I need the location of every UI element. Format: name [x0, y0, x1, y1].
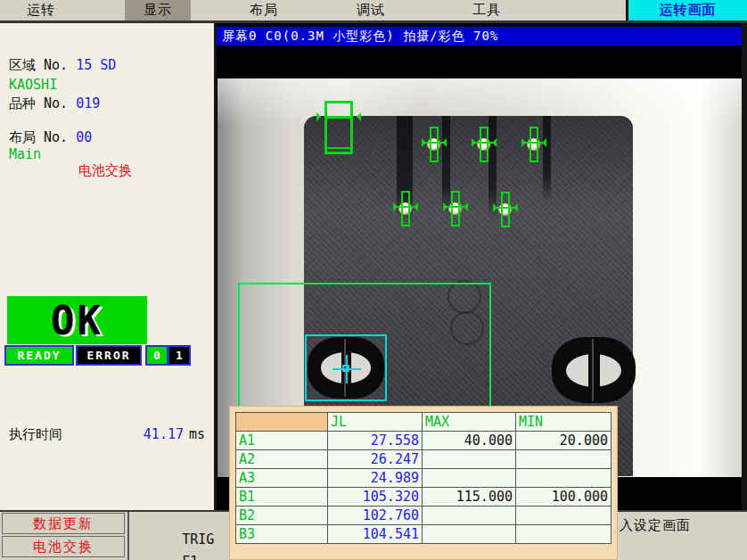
measured-value: 105.320	[328, 488, 423, 506]
menu-item-display[interactable]: 显示	[125, 0, 191, 21]
min-limit: 100.000	[516, 488, 612, 506]
max-limit	[423, 469, 516, 488]
min-limit	[516, 525, 612, 544]
menubar: 运转 显示 布局 调试 工具 运转画面	[0, 0, 747, 23]
measured-value: 102.760	[328, 506, 423, 525]
layout-value: 00	[76, 129, 92, 145]
min-limit	[516, 506, 612, 525]
measure-marker-icon	[529, 127, 538, 162]
table-row: A1 27.558 40.000 20.000	[236, 432, 612, 450]
region-row: 区域 No. 15 SD	[9, 57, 116, 74]
exec-time-row: 执行时间 41.17 ms	[9, 426, 62, 443]
menu-item-debug[interactable]: 调试	[357, 0, 385, 21]
measure-marker-icon	[451, 191, 460, 226]
max-limit: 115.000	[423, 488, 516, 506]
exec-time-label: 执行时间	[9, 426, 62, 442]
column-header: MAX	[423, 413, 516, 432]
max-limit: 40.000	[423, 432, 516, 450]
min-limit	[516, 450, 612, 469]
status-panel: 区域 No. 15 SD KAOSHI 品种 No. 019 布局 No. 00…	[0, 23, 214, 510]
measured-value: 26.247	[328, 450, 423, 469]
column-header: MIN	[516, 413, 612, 432]
vision-system-screen: 运转 显示 布局 调试 工具 运转画面 区域 No. 15 SD KAOSHI …	[0, 0, 747, 560]
table-row: B1 105.320 115.000 100.000	[236, 488, 612, 506]
measure-marker-icon	[430, 127, 439, 162]
min-limit: 20.000	[516, 432, 612, 450]
layout-label: 布局 No.	[9, 129, 68, 145]
bit1-indicator: 1	[168, 345, 191, 366]
max-limit	[423, 506, 516, 525]
max-limit	[423, 525, 516, 544]
table-row: B3 104.541	[236, 525, 612, 544]
bottom-bar-divider	[127, 512, 129, 560]
product-label: 品种 No.	[9, 95, 68, 111]
measure-marker-icon	[501, 192, 510, 227]
row-label: A1	[236, 432, 328, 450]
table-row: B2 102.760	[236, 506, 612, 525]
max-limit	[423, 450, 516, 469]
row-label: A2	[236, 450, 328, 469]
data-update-button[interactable]: 数据更新	[2, 513, 125, 534]
part-slot	[442, 116, 450, 216]
row-label: B1	[236, 488, 328, 506]
judge-result-box: OK	[7, 296, 147, 344]
table-corner-cell	[236, 413, 328, 432]
right-screw-feature	[552, 337, 636, 403]
current-screen-badge: 运转画面	[626, 0, 747, 21]
error-indicator: ERROR	[76, 345, 142, 366]
product-row: 品种 No. 019	[9, 95, 100, 112]
judge-result-text: OK	[51, 298, 103, 343]
edge-marker-icon	[324, 101, 353, 154]
region-value: 15 SD	[76, 57, 116, 73]
menu-item-run[interactable]: 运转	[27, 0, 55, 21]
min-limit	[516, 469, 612, 488]
camera-header-bar: 屏幕0 C0(0.3M 小型彩色) 拍摄/彩色 70%	[217, 27, 742, 45]
measurement-table-panel: JL MAX MIN A1 27.558 40.000 20.000 A2 26…	[229, 406, 618, 560]
crosshair-icon	[332, 355, 361, 383]
measured-value: 104.541	[328, 525, 423, 544]
measured-value: 27.558	[328, 432, 423, 450]
table-row: A3 24.989	[236, 469, 612, 488]
region-label: 区域 No.	[9, 57, 68, 73]
menu-item-layout[interactable]: 布局	[250, 0, 278, 21]
battery-replace-button[interactable]: 电池交换	[2, 536, 125, 557]
layout-row: 布局 No. 00	[9, 129, 92, 146]
goto-setting-label: 入设定画面	[620, 517, 691, 534]
ready-indicator: READY	[4, 345, 74, 366]
table-header-row: JL MAX MIN	[236, 413, 612, 432]
part-slot	[543, 116, 551, 202]
exec-time-value: 41.17	[134, 426, 184, 442]
measurement-table: JL MAX MIN A1 27.558 40.000 20.000 A2 26…	[235, 412, 612, 544]
region-name: KAOSHI	[9, 77, 57, 93]
row-label: B3	[236, 525, 328, 544]
table-row: A2 26.247	[236, 450, 612, 469]
column-header: JL	[328, 413, 423, 432]
bit0-indicator: 0	[145, 345, 168, 366]
measured-value: 24.989	[328, 469, 423, 488]
product-value: 019	[76, 95, 100, 111]
f1-key-label: F1	[182, 554, 230, 560]
exec-time-unit: ms	[189, 426, 205, 442]
row-label: B2	[236, 506, 328, 525]
part-top-shade	[304, 116, 633, 214]
battery-alert-text: 电池交换	[78, 162, 132, 179]
layout-name: Main	[9, 146, 41, 162]
menu-item-tools[interactable]: 工具	[472, 0, 501, 21]
row-label: A3	[236, 469, 328, 488]
measure-marker-icon	[480, 127, 488, 162]
measure-marker-icon	[401, 191, 410, 226]
